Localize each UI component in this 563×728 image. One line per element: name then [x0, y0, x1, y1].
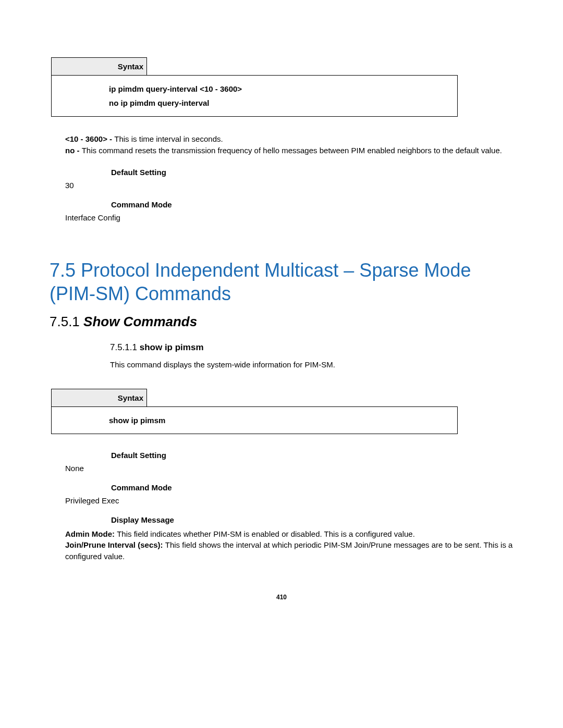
syntax-header: Syntax — [52, 58, 147, 76]
command-text: show ip pimsm — [140, 342, 204, 352]
display-message-label: Display Message — [111, 515, 513, 524]
display-message-block: Admin Mode: This field indicates whether… — [65, 528, 513, 562]
subsection-number: 7.5.1 — [50, 314, 83, 329]
no-text: This command resets the transmission fre… — [82, 146, 502, 155]
syntax-body: show ip pimsm — [52, 406, 458, 434]
range-text: This is time interval in seconds. — [114, 134, 223, 143]
command-number: 7.5.1.1 — [110, 342, 140, 352]
syntax-line-1: show ip pimsm — [109, 413, 454, 427]
syntax-line-1: ip pimdm query-interval <10 - 3600> — [109, 82, 454, 96]
spacer — [147, 58, 458, 76]
no-term: no - — [65, 146, 82, 155]
spacer — [147, 389, 458, 406]
default-setting-value-1: 30 — [65, 181, 513, 190]
syntax-box-1: Syntax ip pimdm query-interval <10 - 360… — [51, 57, 458, 117]
command-mode-label: Command Mode — [111, 200, 513, 209]
default-setting-label: Default Setting — [111, 168, 513, 177]
syntax-line-2: no ip pimdm query-interval — [109, 96, 454, 110]
parameter-description: <10 - 3600> - This is time interval in s… — [65, 133, 513, 156]
command-mode-value-2: Privileged Exec — [65, 496, 513, 505]
syntax-box-2: Syntax show ip pimsm — [51, 389, 458, 434]
subsection-text: Show Commands — [83, 314, 197, 329]
command-mode-label: Command Mode — [111, 483, 513, 492]
default-setting-label: Default Setting — [111, 451, 513, 460]
syntax-body: ip pimdm query-interval <10 - 3600> no i… — [52, 76, 458, 117]
section-title: 7.5 Protocol Independent Multicast – Spa… — [50, 258, 513, 305]
syntax-header: Syntax — [52, 389, 147, 406]
join-prune-term: Join/Prune Interval (secs): — [65, 540, 165, 549]
command-title: 7.5.1.1 show ip pimsm — [110, 342, 513, 353]
admin-mode-text: This field indicates whether PIM-SM is e… — [117, 529, 415, 538]
page-number: 410 — [50, 594, 513, 601]
command-description: This command displays the system-wide in… — [110, 360, 513, 369]
admin-mode-term: Admin Mode: — [65, 529, 117, 538]
command-mode-value-1: Interface Config — [65, 213, 513, 222]
default-setting-value-2: None — [65, 464, 513, 473]
range-term: <10 - 3600> - — [65, 134, 114, 143]
subsection-title: 7.5.1 Show Commands — [50, 314, 513, 330]
document-page: Syntax ip pimdm query-interval <10 - 360… — [0, 0, 563, 622]
